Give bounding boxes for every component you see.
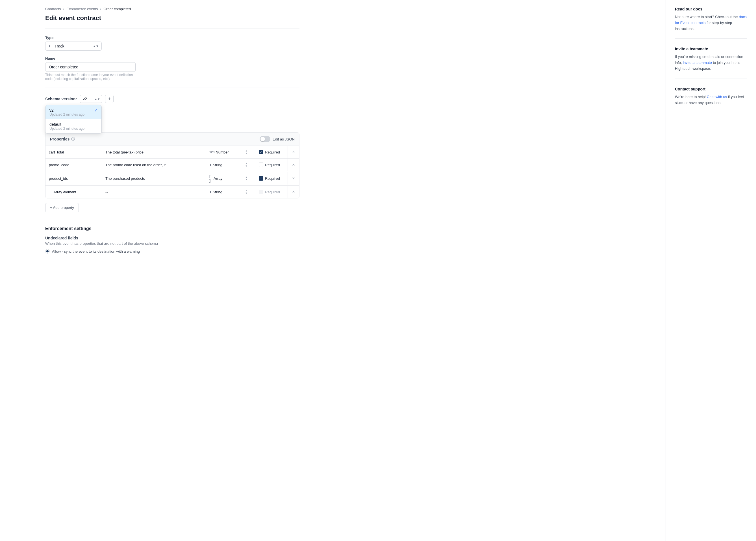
- sidebar-docs-title: Read our docs: [675, 7, 747, 11]
- properties-header: Properties ⓘ Edit as JSON: [45, 132, 300, 146]
- sidebar-read-docs: Read our docs Not sure where to start? C…: [675, 7, 747, 39]
- invite-link[interactable]: invite a teammate: [683, 61, 712, 65]
- edit-json-toggle[interactable]: Edit as JSON: [260, 136, 295, 142]
- chat-link[interactable]: Chat with us: [707, 95, 727, 99]
- prop-desc-input-1[interactable]: [106, 163, 202, 167]
- breadcrumb-current: Order completed: [104, 7, 131, 11]
- delete-row-button-3[interactable]: ×: [290, 189, 296, 195]
- string-type-icon-3: T: [209, 190, 212, 194]
- prop-type-button-3[interactable]: String ▲ ▼: [213, 190, 247, 195]
- type-label: Type: [45, 36, 300, 40]
- delete-cell: ×: [288, 186, 299, 198]
- dropdown-item-v2[interactable]: v2 Updated 2 minutes ago ✓: [46, 105, 102, 119]
- prop-type-button-0[interactable]: Number ▲ ▼: [216, 150, 247, 155]
- dropdown-item-v2-label: v2: [50, 108, 92, 113]
- checkbox-3: [259, 190, 263, 194]
- delete-row-button-2[interactable]: ×: [290, 175, 296, 182]
- type-select[interactable]: Track Identify Page: [45, 42, 102, 51]
- breadcrumb-contracts[interactable]: Contracts: [45, 7, 61, 11]
- checkbox-2[interactable]: [259, 176, 263, 181]
- radio-allow-label: Allow - sync the event to its destinatio…: [52, 249, 140, 254]
- required-label-1: Required: [265, 163, 280, 167]
- prop-name-cell: [46, 172, 102, 185]
- schema-version-row: Schema version: v2 default ▲▼ +: [45, 95, 114, 103]
- prop-type-cell: T String ▲ ▼: [206, 159, 251, 171]
- sidebar-support: Contact support We're here to help! Chat…: [675, 87, 747, 113]
- prop-desc-cell: [102, 172, 206, 185]
- prop-type-button-2[interactable]: Array ▲ ▼: [214, 176, 247, 181]
- checkbox-1[interactable]: [259, 163, 263, 167]
- sidebar-invite: Invite a teammate If you're missing cred…: [675, 47, 747, 79]
- prop-name-cell: [46, 159, 102, 171]
- prop-required-cell: Required: [251, 146, 288, 158]
- add-property-button[interactable]: + Add property: [45, 203, 79, 212]
- prop-required-cell: Required: [251, 159, 288, 171]
- schema-version-label: Schema version:: [45, 97, 77, 101]
- required-checkbox-1[interactable]: Required: [259, 163, 280, 167]
- radio-allow-btn[interactable]: [45, 249, 50, 254]
- undeclared-desc: When this event has properties that are …: [45, 242, 300, 246]
- info-icon: ⓘ: [71, 137, 75, 142]
- prop-required-cell: Required: [251, 172, 288, 185]
- prop-desc-input-0[interactable]: [106, 150, 202, 154]
- prop-name-input-1[interactable]: [49, 163, 98, 167]
- required-checkbox-2[interactable]: Required: [259, 176, 280, 181]
- table-row: 123 Number ▲ ▼: [46, 146, 299, 159]
- right-sidebar: Read our docs Not sure where to start? C…: [665, 0, 756, 541]
- array-type-icon: [ ]: [209, 174, 212, 183]
- required-checkbox-3: Required: [259, 190, 280, 194]
- required-label-2: Required: [265, 176, 280, 181]
- delete-cell: ×: [288, 172, 299, 185]
- prop-desc-cell: [102, 146, 206, 158]
- prop-desc-input-2[interactable]: [106, 176, 202, 181]
- properties-table: 123 Number ▲ ▼: [45, 146, 300, 199]
- table-row: [ ] Array ▲ ▼: [46, 171, 299, 186]
- prop-desc-cell: [102, 159, 206, 171]
- prop-name-input-3[interactable]: [53, 190, 98, 194]
- radio-allow[interactable]: Allow - sync the event to its destinatio…: [45, 249, 300, 254]
- breadcrumb-ecommerce[interactable]: Ecommerce events: [66, 7, 98, 11]
- prop-name-cell: [46, 186, 102, 198]
- prop-type-cell: 123 Number ▲ ▼: [206, 146, 251, 158]
- json-toggle-switch[interactable]: [260, 136, 270, 142]
- version-select[interactable]: v2 default: [80, 95, 102, 103]
- name-label: Name: [45, 56, 300, 61]
- dropdown-item-v2-sub: Updated 2 minutes ago: [50, 113, 92, 117]
- dropdown-item-default-sub: Updated 2 minutes ago: [50, 127, 98, 131]
- dropdown-item-default[interactable]: default Updated 2 minutes ago: [46, 119, 102, 133]
- type-field-group: Type ✦ Track Identify Page ▲▼: [45, 36, 300, 51]
- sidebar-support-text: We're here to help! Chat with us if you …: [675, 94, 747, 106]
- required-checkbox-0[interactable]: Required: [259, 150, 280, 154]
- sidebar-invite-title: Invite a teammate: [675, 47, 747, 51]
- number-type-icon: 123: [209, 150, 214, 154]
- version-select-wrapper: v2 default ▲▼: [80, 95, 102, 103]
- properties-title: Properties ⓘ: [50, 137, 75, 142]
- type-select-wrapper: ✦ Track Identify Page ▲▼: [45, 42, 102, 51]
- prop-required-cell: Required: [251, 186, 288, 198]
- checkbox-0[interactable]: [259, 150, 263, 154]
- table-row: T String ▲ ▼: [46, 186, 299, 198]
- enforcement-section: Enforcement settings Undeclared fields W…: [45, 226, 300, 254]
- undeclared-title: Undeclared fields: [45, 236, 300, 240]
- properties-section: Properties ⓘ Edit as JSON: [45, 132, 300, 212]
- version-dropdown-menu: v2 Updated 2 minutes ago ✓ default Updat…: [45, 105, 102, 134]
- delete-row-button-0[interactable]: ×: [290, 149, 296, 155]
- required-label-3: Required: [265, 190, 280, 194]
- name-input[interactable]: [45, 62, 135, 72]
- undeclared-fields-group: Undeclared fields When this event has pr…: [45, 236, 300, 254]
- name-hint: This must match the function name in you…: [45, 73, 135, 81]
- required-label-0: Required: [265, 150, 280, 154]
- add-version-button[interactable]: +: [105, 95, 114, 103]
- prop-name-input-2[interactable]: [49, 176, 98, 181]
- delete-row-button-1[interactable]: ×: [290, 162, 296, 168]
- prop-name-input-0[interactable]: [49, 150, 98, 154]
- sidebar-support-title: Contact support: [675, 87, 747, 91]
- delete-cell: ×: [288, 159, 299, 171]
- prop-desc-input-3[interactable]: [106, 190, 202, 194]
- table-row: T String ▲ ▼: [46, 159, 299, 171]
- prop-type-cell: T String ▲ ▼: [206, 186, 251, 198]
- prop-type-button-1[interactable]: String ▲ ▼: [213, 163, 247, 167]
- breadcrumb: Contracts / Ecommerce events / Order com…: [45, 7, 300, 11]
- prop-type-cell: [ ] Array ▲ ▼: [206, 171, 251, 186]
- delete-cell: ×: [288, 146, 299, 158]
